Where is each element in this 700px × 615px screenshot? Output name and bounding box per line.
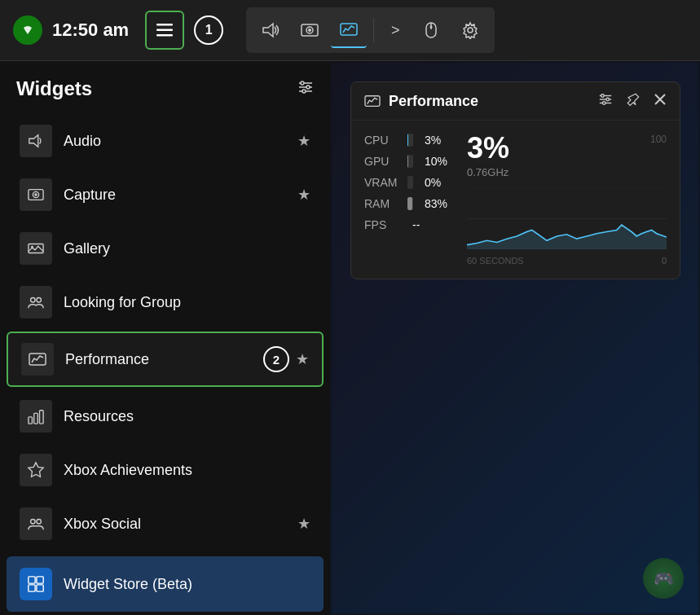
watermark: 🎮 (643, 558, 684, 599)
svg-point-24 (31, 246, 33, 248)
widget-store-icon (20, 568, 52, 600)
widgets-settings-icon[interactable] (297, 79, 314, 99)
ram-bar (407, 197, 412, 210)
achievements-label: Xbox Achievements (64, 462, 310, 479)
gpu-bar-container (407, 155, 413, 168)
svg-rect-2 (156, 29, 173, 32)
perf-stats-list: CPU 3% GPU 10% VRAM 0% (364, 134, 454, 266)
audio-star-icon[interactable]: ★ (297, 132, 310, 150)
fps-label: FPS (364, 218, 401, 231)
capture-button[interactable] (292, 12, 328, 48)
svg-point-43 (602, 102, 605, 105)
svg-point-32 (37, 520, 41, 525)
xbox-social-label: Xbox Social (64, 516, 297, 533)
widgets-panel: Widgets Audio ★ (0, 61, 330, 615)
sidebar-item-audio[interactable]: Audio ★ (7, 115, 324, 167)
cpu-bar-container (407, 134, 413, 147)
performance-star-icon[interactable]: ★ (296, 350, 309, 368)
performance-panel-icon (364, 94, 381, 108)
stat-row-gpu: GPU 10% (364, 155, 454, 168)
social-icon (20, 507, 52, 540)
sidebar-item-gallery[interactable]: Gallery (7, 222, 324, 275)
gpu-value: 10% (425, 155, 454, 168)
achievements-icon (20, 454, 52, 486)
svg-rect-33 (29, 577, 35, 583)
step-indicator-1: 1 (194, 15, 223, 45)
perf-graph-area: 3% 0.76GHz 100 60 SECONDS 0 (467, 134, 667, 266)
sidebar-item-xbox-achievements[interactable]: Xbox Achievements (7, 444, 324, 496)
resources-label: Resources (64, 408, 310, 425)
sidebar-item-performance[interactable]: Performance 2 ★ (7, 332, 324, 387)
hamburger-menu-button[interactable] (145, 11, 184, 50)
sidebar-item-widget-store[interactable]: Widget Store (Beta) (7, 556, 324, 612)
cpu-graph-container: 60 SECONDS 0 (467, 188, 667, 266)
vram-bar-container (407, 176, 413, 189)
performance-panel-header: Performance (351, 82, 680, 121)
svg-point-7 (308, 29, 311, 32)
graph-time-label: 60 SECONDS (467, 256, 524, 266)
xbox-logo (13, 15, 42, 45)
svg-point-31 (31, 520, 36, 525)
clock-time: 12:50 am (52, 20, 129, 41)
fps-value: -- (412, 218, 420, 231)
svg-marker-4 (263, 24, 273, 37)
widget-store-label: Widget Store (Beta) (64, 576, 310, 593)
lfg-label: Looking for Group (64, 294, 310, 311)
performance-label: Performance (65, 351, 263, 368)
step-indicator-2: 2 (263, 346, 289, 372)
svg-point-22 (34, 193, 37, 196)
svg-rect-28 (29, 417, 33, 424)
svg-point-12 (468, 28, 473, 33)
svg-rect-36 (37, 585, 43, 591)
panel-settings-icon[interactable] (598, 92, 613, 110)
graph-zero-label: 0 (662, 256, 667, 266)
cpu-value: 3% (425, 134, 454, 147)
capture-icon (20, 178, 52, 211)
svg-point-26 (37, 298, 41, 303)
gpu-label: GPU (364, 155, 401, 168)
graph-max-label: 100 (650, 134, 667, 145)
volume-button[interactable] (253, 12, 288, 48)
svg-point-14 (301, 81, 304, 85)
performance-button[interactable] (331, 12, 367, 48)
performance-sidebar-icon (21, 343, 54, 376)
svg-point-39 (601, 94, 605, 98)
lfg-icon (20, 286, 52, 318)
mouse-icon-button[interactable] (413, 12, 449, 48)
graph-time-labels: 60 SECONDS 0 (467, 256, 667, 266)
gallery-label: Gallery (64, 240, 310, 257)
resources-icon (20, 400, 52, 433)
stat-row-fps: FPS -- (364, 218, 454, 231)
panel-close-icon[interactable] (654, 93, 667, 109)
svg-point-11 (430, 26, 433, 29)
svg-rect-29 (34, 413, 38, 424)
svg-rect-1 (156, 24, 173, 26)
vram-label: VRAM (364, 176, 401, 189)
sidebar-item-looking-for-group[interactable]: Looking for Group (7, 276, 324, 328)
performance-panel-body: CPU 3% GPU 10% VRAM 0% (351, 121, 680, 279)
svg-rect-35 (29, 585, 35, 591)
more-icons-button[interactable]: > (381, 15, 410, 45)
svg-point-16 (306, 86, 310, 89)
sidebar-item-resources[interactable]: Resources (7, 390, 324, 442)
svg-rect-3 (156, 34, 173, 37)
svg-point-41 (606, 98, 610, 101)
panel-pin-icon[interactable] (626, 92, 641, 110)
capture-label: Capture (64, 187, 297, 204)
performance-panel: Performance (350, 81, 680, 279)
stat-row-vram: VRAM 0% (364, 176, 454, 189)
sidebar-item-xbox-social[interactable]: Xbox Social ★ (7, 498, 324, 550)
top-bar: 12:50 am 1 (0, 0, 700, 61)
widgets-header: Widgets (0, 61, 330, 113)
sidebar-item-capture[interactable]: Capture ★ (7, 169, 324, 221)
top-icons-group: > (246, 7, 495, 53)
big-percent-value: 3% (467, 134, 509, 163)
settings-gear-button[interactable] (452, 12, 488, 48)
stat-row-cpu: CPU 3% (364, 134, 454, 147)
audio-icon (20, 125, 52, 157)
cpu-graph-svg (467, 188, 667, 249)
xbox-social-star-icon[interactable]: ★ (297, 515, 310, 533)
audio-label: Audio (64, 133, 297, 150)
gpu-bar (407, 155, 408, 168)
capture-star-icon[interactable]: ★ (297, 186, 310, 204)
